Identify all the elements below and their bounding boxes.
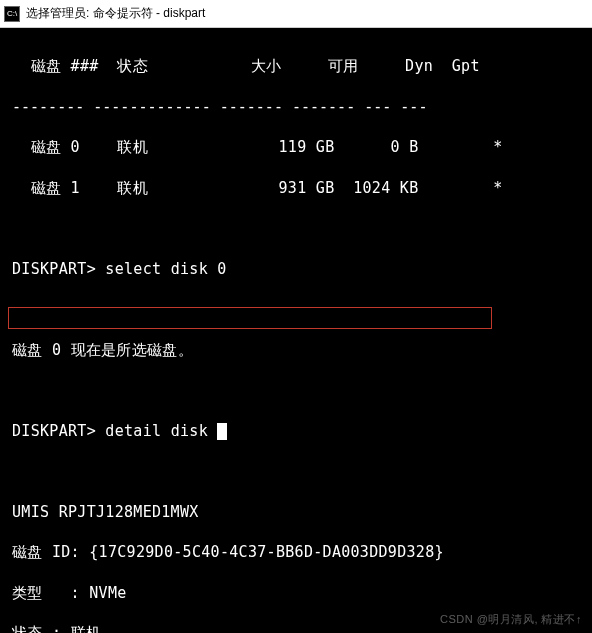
terminal-output[interactable]: 磁盘 ### 状态 大小 可用 Dyn Gpt -------- -------… <box>0 28 592 633</box>
window-title: 选择管理员: 命令提示符 - diskpart <box>26 5 205 22</box>
status-message: 磁盘 0 现在是所选磁盘。 <box>12 340 580 360</box>
command-text: select disk 0 <box>105 260 226 278</box>
blank <box>12 461 580 481</box>
blank <box>12 299 580 319</box>
prompt-line: DISKPART> detail disk <box>12 421 580 441</box>
blank <box>12 380 580 400</box>
window-title-bar[interactable]: C:\ 选择管理员: 命令提示符 - diskpart <box>0 0 592 28</box>
prompt-prefix: DISKPART> <box>12 422 96 440</box>
table-row: 磁盘 1 联机 931 GB 1024 KB * <box>12 178 580 198</box>
watermark: CSDN @明月清风, 精进不↑ <box>440 612 582 627</box>
command-text: detail disk <box>105 422 208 440</box>
detail-type: 类型 : NVMe <box>12 583 580 603</box>
prompt-line: DISKPART> select disk 0 <box>12 259 580 279</box>
detail-disk-id: 磁盘 ID: {17C929D0-5C40-4C37-BB6D-DA003DD9… <box>12 542 580 562</box>
disk-header: 磁盘 ### 状态 大小 可用 Dyn Gpt <box>12 56 580 76</box>
text-cursor <box>217 423 227 440</box>
detail-model: UMIS RPJTJ128MED1MWX <box>12 502 580 522</box>
cmd-icon: C:\ <box>4 6 20 22</box>
table-row: 磁盘 0 联机 119 GB 0 B * <box>12 137 580 157</box>
disk-divider: -------- ------------- ------- ------- -… <box>12 97 580 117</box>
prompt-prefix: DISKPART> <box>12 260 96 278</box>
blank <box>12 218 580 238</box>
